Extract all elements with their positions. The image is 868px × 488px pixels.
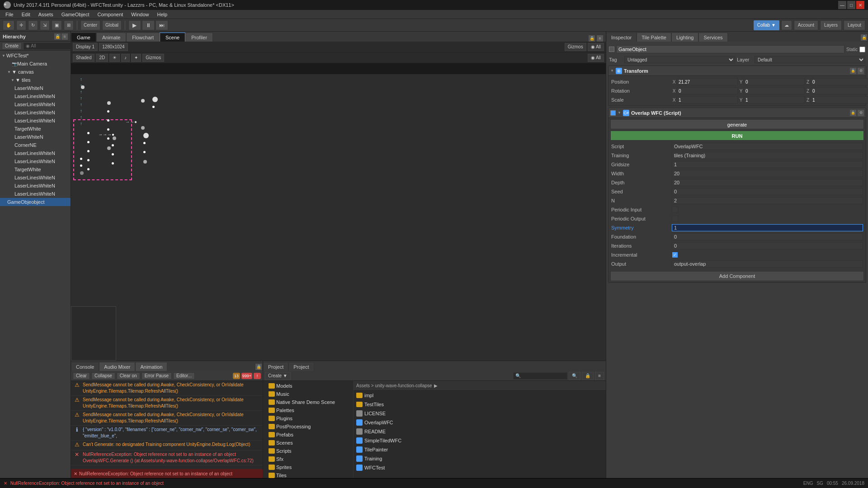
hierarchy-item-7[interactable]: CornerNE [0,141,71,149]
hierarchy-lock[interactable]: 🔒 [54,33,61,40]
tab-lighting[interactable]: Lighting [671,33,699,42]
proj-item-native-share[interactable]: Native Share Demo Scene [263,398,353,406]
obj-name-input[interactable] [616,45,844,53]
lights-btn[interactable]: ☀ [109,54,120,62]
hierarchy-item-8[interactable]: LaserLinesWhiteN [0,149,71,157]
wfc-active-checkbox[interactable] [610,110,616,116]
project-search-btn[interactable]: 🔍 [569,372,580,380]
console-clear[interactable]: Clear [73,372,90,380]
gridsize-input[interactable] [672,161,863,168]
hierarchy-item-9[interactable]: LaserLinesWhiteN [0,157,71,165]
hierarchy-item-canvas[interactable]: ▼ ▼ canvas [0,68,71,76]
add-component-button[interactable]: Add Component [610,271,864,281]
project-search[interactable] [513,372,567,380]
project-create-btn[interactable]: Create ▼ [265,372,291,380]
hierarchy-create[interactable]: Create [2,42,22,50]
resolution-btn[interactable]: 1280x1024 [99,43,128,51]
wfc-menu[interactable]: ⚙ [858,110,864,116]
console-msg-4[interactable]: ⚠ Can't Generate: no designated Training… [71,441,263,450]
asset-testtiles[interactable]: TestTiles [354,400,606,409]
overlap-wfc-header[interactable]: ▼ C# Overlap WFC (Script) 🔒 ⚙ [609,108,866,118]
wfc-lock[interactable]: 🔒 [850,110,856,116]
scale-tool[interactable]: ⇲ [40,20,50,30]
tab-services[interactable]: Services [698,33,727,42]
asset-overlapwfc[interactable]: OverlapWFC [354,418,606,427]
rect-tool[interactable]: ▣ [52,20,62,30]
proj-item-scenes[interactable]: Scenes [263,439,353,447]
layout-dropdown[interactable]: Layout [844,20,865,30]
console-msg-2[interactable]: ⚠ SendMessage cannot be called during Aw… [71,411,263,426]
console-editor[interactable]: Editor... [173,372,195,380]
cloud-button[interactable]: ☁ [781,20,792,30]
position-x-input[interactable] [677,78,738,85]
pause-button[interactable]: ⏸ [142,20,155,30]
scale-y-input[interactable] [744,96,805,103]
asset-license[interactable]: LICENSE [354,409,606,418]
menu-window[interactable]: Window [127,11,152,18]
proj-item-scripts[interactable]: Scripts [263,447,353,455]
scale-x-input[interactable] [677,96,738,103]
menu-assets[interactable]: Assets [35,11,57,18]
hierarchy-item-wfctest[interactable]: ▼ WFCTest* [0,52,71,60]
console-msg-1[interactable]: ⚠ SendMessage cannot be called during Aw… [71,396,263,411]
hierarchy-item-12[interactable]: LaserLinesWhiteN [0,182,71,190]
menu-help[interactable]: Help [153,11,171,18]
console-clear-on[interactable]: Clear on [117,372,140,380]
console-lock[interactable]: 🔒 [255,364,262,370]
scene-all-btn[interactable]: ◉ All [588,54,604,62]
layers-dropdown[interactable]: Layers [820,20,842,30]
transform-header[interactable]: ▼ ⊞ Transform 🔒 ⚙ [609,66,866,76]
position-z-input[interactable] [811,78,868,85]
hierarchy-item-gameobject[interactable]: GameObjeobject [0,198,71,206]
seed-input[interactable] [672,188,863,195]
move-tool[interactable]: ✛ [16,20,26,30]
periodic-input-checkbox[interactable] [672,206,678,213]
hierarchy-item-5[interactable]: TargetWhite [0,125,71,133]
symmetry-input[interactable] [672,224,863,231]
asset-impl[interactable]: impl [354,391,606,400]
close-button[interactable]: ✕ [856,1,864,9]
tab-project-2[interactable]: Project [288,362,314,371]
asset-tilepainter[interactable]: TilePainter [354,445,606,454]
asset-simpletiledwfc[interactable]: SimpleTiledWFC [354,436,606,445]
maximize-button[interactable]: □ [847,1,855,9]
generate-button[interactable]: generate [610,119,864,129]
console-msg-0[interactable]: ⚠ SendMessage cannot be called during Aw… [71,381,263,396]
asset-training[interactable]: Training [354,454,606,463]
hierarchy-item-10[interactable]: TargetWhite [0,165,71,174]
error-bar[interactable]: ✕ NullReferenceException: Object referen… [71,469,263,478]
project-menu-btn[interactable]: ≡ [595,372,604,380]
iterations-input[interactable] [672,242,863,249]
proj-item-palettes[interactable]: Palettes [263,406,353,414]
tab-inspector[interactable]: Inspector [606,33,637,42]
proj-item-music[interactable]: Music [263,390,353,398]
tab-scene[interactable]: Scene [160,33,185,42]
transform-tool[interactable]: ⊞ [64,20,74,30]
proj-item-plugins[interactable]: Plugins [263,414,353,422]
global-button[interactable]: Global [102,20,122,30]
layer-select[interactable]: Default [755,56,865,63]
tab-tile-palette[interactable]: Tile Palette [637,33,671,42]
proj-item-sfx[interactable]: Sfx [263,455,353,463]
proj-item-prefabs[interactable]: Prefabs [263,431,353,439]
asset-readme[interactable]: README [354,427,606,436]
rotation-y-input[interactable] [744,87,805,94]
tab-animation[interactable]: Animation [135,362,167,371]
hierarchy-item-13[interactable]: LaserLinesWhiteN [0,190,71,198]
hierarchy-item-11[interactable]: LaserLinesWhiteN [0,174,71,182]
periodic-output-checkbox[interactable] [672,216,678,222]
menu-component[interactable]: Component [94,11,127,18]
collab-button[interactable]: Collab ▼ [754,20,779,30]
proj-item-models[interactable]: Models [263,382,353,390]
position-y-input[interactable] [744,78,805,85]
hierarchy-item-1[interactable]: LaserLinesWhiteN [0,92,71,100]
tag-select[interactable]: Untagged [624,56,735,63]
hierarchy-menu[interactable]: ≡ [61,33,68,40]
console-collapse[interactable]: Collapse [91,372,115,380]
tab-project-1[interactable]: Project [263,362,288,371]
scale-z-input[interactable] [811,96,868,103]
hierarchy-item-tiles[interactable]: ▼ ▼ tiles [0,76,71,84]
account-dropdown[interactable]: Account [794,20,818,30]
hierarchy-item-2[interactable]: LaserLinesWhiteN [0,100,71,108]
hierarchy-item-3[interactable]: LaserLinesWhiteN [0,108,71,117]
